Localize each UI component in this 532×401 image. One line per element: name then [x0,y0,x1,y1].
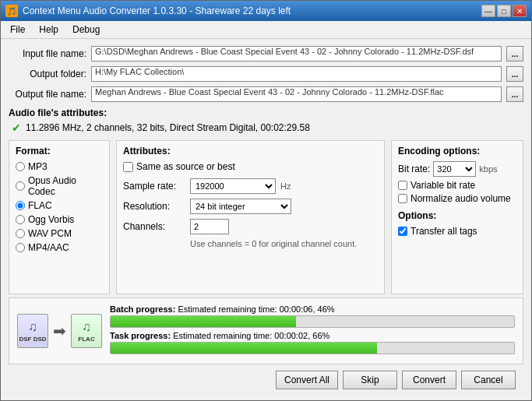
sample-rate-unit: Hz [280,181,291,191]
channels-row: Channels: [123,219,378,234]
input-file-row: Input file name: G:\DSD\Meghan Andrews -… [9,45,523,62]
progress-area: ♫ DSF DSD ➡ ♫ FLAC Batch progress: Estim… [9,297,523,364]
channels-hint: Use channels = 0 for original channel co… [123,239,378,248]
menu-help[interactable]: Help [33,23,65,37]
output-folder-row: Output folder: H:\My FLAC Collection\ ..… [9,65,523,83]
format-mp3-row: MP3 [16,161,103,172]
input-file-browse[interactable]: ... [506,46,523,62]
transfer-tags-row: Transfer all tags [398,226,516,237]
output-file-label: Output file name: [9,89,86,100]
variable-bit-rate-checkbox[interactable] [398,181,407,190]
output-file-value: Meghan Andrews - Blue Coast Special Even… [91,86,502,102]
format-panel-header: Format: [16,146,103,157]
normalize-checkbox[interactable] [398,194,407,203]
task-progress-bar-fill [111,343,377,354]
format-ogg-row: Ogg Vorbis [16,214,103,225]
skip-button[interactable]: Skip [343,371,397,389]
variable-bit-rate-row: Variable bit rate [398,180,516,191]
normalize-row: Normalize audio volume [398,193,516,204]
sample-rate-row: Sample rate: 192000 96000 48000 44100 Hz [123,178,378,194]
attributes-panel: Attributes: Same as source or best Sampl… [116,140,385,294]
maximize-button[interactable]: □ [497,5,511,17]
transfer-tags-label: Transfer all tags [410,226,477,237]
sample-rate-select[interactable]: 192000 96000 48000 44100 [190,178,276,194]
same-as-source-row: Same as source or best [123,161,378,172]
input-file-label: Input file name: [9,48,86,59]
resolution-label: Resolution: [123,201,185,212]
music-note-icon-2: ♫ [82,320,91,334]
batch-progress-bar-bg [110,315,515,328]
encoding-panel: Encoding options: Bit rate: 128 192 256 … [391,140,523,294]
attributes-section-title: Audio file's attributes: [9,107,523,118]
format-mp3-radio[interactable] [16,162,25,171]
format-mp4-label: MP4/AAC [28,242,69,253]
task-progress-bar-bg [110,342,515,354]
output-folder-value: H:\My FLAC Collection\ [91,66,502,82]
variable-bit-rate-label: Variable bit rate [410,180,475,191]
cancel-button[interactable]: Cancel [461,371,516,389]
input-file-value: G:\DSD\Meghan Andrews - Blue Coast Speci… [91,46,502,62]
bit-rate-unit: kbps [479,164,497,174]
format-flac-radio[interactable] [16,201,25,210]
transfer-tags-checkbox[interactable] [398,227,407,236]
format-mp4-row: MP4/AAC [16,242,103,253]
menu-file[interactable]: File [4,23,31,37]
attributes-line: ✔ 11.2896 MHz, 2 channels, 32 bits, Dire… [9,121,523,134]
format-opus-row: Opus Audio Codec [16,175,103,197]
options-section: Options: Transfer all tags [398,210,516,237]
format-ogg-label: Ogg Vorbis [28,214,74,225]
main-content: Input file name: G:\DSD\Meghan Andrews -… [1,39,531,400]
menu-bar: File Help Debug [1,21,531,39]
source-file-icon: ♫ DSF DSD [17,314,48,348]
sample-rate-label: Sample rate: [123,181,185,192]
same-as-source-label: Same as source or best [136,161,235,172]
output-file-browse[interactable]: ... [506,86,523,102]
window-title: Context Menu Audio Converter 1.0.3.30 - … [23,5,291,16]
progress-info: Batch progress: Estimated remaining time… [110,304,515,357]
resolution-row: Resolution: 8 bit integer 16 bit integer… [123,199,378,214]
bit-rate-label: Bit rate: [398,164,430,174]
channels-input[interactable] [190,219,229,234]
arrow-icon: ➡ [53,322,66,340]
main-window: 🎵 Context Menu Audio Converter 1.0.3.30 … [0,0,532,401]
convert-button[interactable]: Convert [402,371,456,389]
bit-rate-select[interactable]: 128 192 256 320 [433,161,476,177]
title-bar-left: 🎵 Context Menu Audio Converter 1.0.3.30 … [5,5,291,17]
format-panel: Format: MP3 Opus Audio Codec FLAC Ogg Vo… [9,140,110,294]
format-wav-row: WAV PCM [16,228,103,239]
format-mp4-radio[interactable] [16,243,25,252]
menu-debug[interactable]: Debug [66,23,106,37]
attributes-panel-header: Attributes: [123,146,378,157]
format-wav-label: WAV PCM [28,228,72,239]
main-panels: Format: MP3 Opus Audio Codec FLAC Ogg Vo… [9,140,523,294]
close-button[interactable]: ✕ [513,5,527,17]
same-as-source-checkbox[interactable] [123,162,133,172]
format-wav-radio[interactable] [16,229,25,238]
batch-progress-label: Batch progress: Estimated remaining time… [110,304,515,314]
output-file-row: Output file name: Meghan Andrews - Blue … [9,86,523,103]
encoding-panel-header: Encoding options: [398,146,516,157]
title-bar: 🎵 Context Menu Audio Converter 1.0.3.30 … [1,1,531,21]
normalize-label: Normalize audio volume [410,193,511,204]
attributes-info: 11.2896 MHz, 2 channels, 32 bits, Direct… [26,122,310,133]
format-mp3-label: MP3 [28,161,48,172]
output-folder-label: Output folder: [9,69,86,79]
format-flac-label: FLAC [28,200,52,211]
batch-progress-bar-fill [111,316,296,327]
buttons-row: Convert All Skip Convert Cancel [9,368,523,394]
resolution-select[interactable]: 8 bit integer 16 bit integer 24 bit inte… [190,199,291,214]
convert-all-button[interactable]: Convert All [276,371,338,389]
task-progress-row: Task progress: Estimated remaining time:… [110,331,515,354]
target-file-icon: ♫ FLAC [71,314,102,348]
app-icon: 🎵 [5,5,18,17]
channels-label: Channels: [123,221,185,232]
format-ogg-radio[interactable] [16,215,25,224]
format-opus-radio[interactable] [16,181,25,191]
format-flac-row: FLAC [16,200,103,211]
icons-area: ♫ DSF DSD ➡ ♫ FLAC [17,314,102,348]
options-header: Options: [398,210,516,221]
output-folder-browse[interactable]: ... [506,66,523,82]
minimize-button[interactable]: — [481,5,495,17]
check-icon: ✔ [12,121,21,134]
format-opus-label: Opus Audio Codec [28,175,103,197]
